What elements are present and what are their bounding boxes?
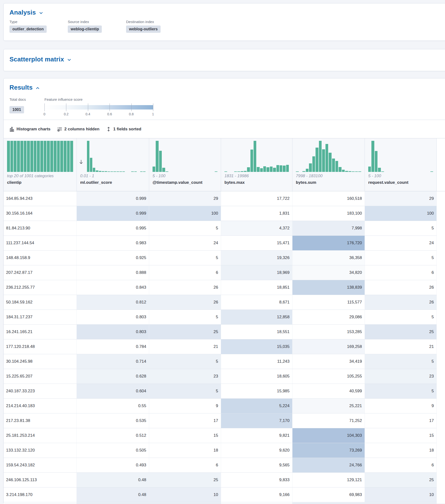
grid-cell-bytes-max[interactable]: 18,551 [221,324,293,339]
grid-cell-bytes-max[interactable]: 9,565 [221,458,293,473]
grid-cell-timestamp-value-count[interactable]: 100 [149,206,221,221]
grid-cell-bytes-sum[interactable]: 153,285 [293,324,365,339]
grid-cell-clientip[interactable]: 50.184.59.162 [4,295,77,310]
grid-cell-ml-outlier-score[interactable]: 0.535 [77,414,149,428]
grid-cell-ml-outlier-score[interactable]: 0.803 [77,310,149,324]
grid-cell-timestamp-value-count[interactable]: 25 [149,324,221,339]
grid-cell-bytes-sum[interactable]: 7,998 [293,221,365,236]
grid-cell-ml-outlier-score[interactable] [77,502,149,504]
grid-cell-clientip[interactable]: 240.187.33.223 [4,384,77,399]
grid-cell-clientip[interactable]: 164.85.94.243 [4,191,77,206]
grid-cell-request-value-count[interactable]: 100 [365,206,437,221]
grid-cell-timestamp-value-count[interactable]: 18 [149,443,221,458]
grid-cell-request-value-count[interactable]: 25 [365,324,437,339]
grid-cell-request-value-count[interactable]: 5 [365,221,437,236]
grid-cell-ml-outlier-score[interactable]: 0.628 [77,369,149,384]
grid-cell-bytes-max[interactable]: 18,605 [221,369,293,384]
grid-cell-bytes-sum[interactable]: 25,221 [293,399,365,414]
column-header-timestamp-value-count[interactable]: 5 - 100@timestamp.value_count [149,138,221,191]
grid-cell-ml-outlier-score[interactable]: 0.888 [77,265,149,280]
scatterplot-panel-header[interactable]: Scatterplot matrix [9,55,441,63]
grid-cell-clientip[interactable]: 81.84.213.90 [4,221,77,236]
grid-cell-timestamp-value-count[interactable]: 5 [149,251,221,265]
grid-cell-clientip[interactable]: 159.54.243.182 [4,458,77,473]
grid-cell-ml-outlier-score[interactable]: 0.512 [77,428,149,443]
results-panel-header[interactable]: Results [9,84,40,91]
grid-cell-request-value-count[interactable]: 5 [365,384,437,399]
grid-cell-bytes-max[interactable]: 15,471 [221,236,293,251]
grid-cell-request-value-count[interactable]: 6 [365,458,437,473]
grid-cell-request-value-count[interactable]: 5 [365,354,437,369]
grid-cell-bytes-sum[interactable]: 169,258 [293,339,365,354]
grid-cell-clientip[interactable]: 30.104.245.98 [4,354,77,369]
grid-cell-request-value-count[interactable] [365,502,437,504]
grid-cell-ml-outlier-score[interactable]: 0.925 [77,251,149,265]
grid-cell-timestamp-value-count[interactable]: 9 [149,399,221,414]
grid-cell-bytes-sum[interactable]: 71,252 [293,414,365,428]
histogram-charts-button[interactable]: Histogram charts [9,127,51,132]
grid-cell-request-value-count[interactable]: 5 [365,310,437,324]
grid-cell-clientip[interactable]: 207.242.87.17 [4,265,77,280]
grid-cell-bytes-max[interactable]: 7,170 [221,414,293,428]
grid-cell-timestamp-value-count[interactable]: 29 [149,191,221,206]
grid-cell-timestamp-value-count[interactable]: 21 [149,339,221,354]
grid-cell-clientip[interactable]: 3.214.198.170 [4,487,77,502]
grid-cell-timestamp-value-count[interactable]: 10 [149,487,221,502]
grid-cell-timestamp-value-count[interactable]: 6 [149,265,221,280]
grid-cell-timestamp-value-count[interactable]: 24 [149,236,221,251]
grid-cell-bytes-max[interactable]: 19,326 [221,251,293,265]
grid-cell-bytes-sum[interactable]: 105,255 [293,369,365,384]
column-header-ml-outlier-score[interactable]: 0.01 - 1ml.outlier_score [77,138,149,191]
grid-cell-bytes-sum[interactable] [293,502,365,504]
grid-cell-bytes-max[interactable]: 18,969 [221,265,293,280]
grid-cell-request-value-count[interactable]: 26 [365,280,437,295]
grid-cell-bytes-sum[interactable]: 24,766 [293,458,365,473]
grid-cell-request-value-count[interactable]: 6 [365,265,437,280]
grid-cell-ml-outlier-score[interactable]: 0.48 [77,487,149,502]
grid-cell-bytes-sum[interactable]: 176,720 [293,236,365,251]
grid-cell-bytes-max[interactable]: 8,671 [221,295,293,310]
grid-cell-timestamp-value-count[interactable]: 26 [149,295,221,310]
analysis-panel-header[interactable]: Analysis [9,9,441,16]
grid-cell-clientip[interactable]: 214.214.40.183 [4,399,77,414]
grid-cell-bytes-sum[interactable]: 115,577 [293,295,365,310]
grid-cell-request-value-count[interactable]: 21 [365,339,437,354]
grid-cell-ml-outlier-score[interactable]: 0.714 [77,354,149,369]
grid-cell-bytes-max[interactable] [221,502,293,504]
grid-cell-ml-outlier-score[interactable]: 0.604 [77,384,149,399]
grid-cell-timestamp-value-count[interactable]: 6 [149,458,221,473]
grid-cell-bytes-sum[interactable]: 40,599 [293,384,365,399]
grid-cell-request-value-count[interactable]: 26 [365,295,437,310]
grid-cell-bytes-sum[interactable]: 73,269 [293,443,365,458]
grid-cell-request-value-count[interactable]: 29 [365,191,437,206]
grid-cell-request-value-count[interactable]: 18 [365,443,437,458]
grid-cell-clientip[interactable]: 148.48.158.9 [4,251,77,265]
grid-cell-bytes-max[interactable]: 17,722 [221,191,293,206]
grid-cell-bytes-max[interactable]: 4,372 [221,221,293,236]
grid-cell-timestamp-value-count[interactable]: 5 [149,354,221,369]
grid-cell-clientip[interactable]: 236.212.255.77 [4,280,77,295]
grid-cell-ml-outlier-score[interactable]: 0.803 [77,324,149,339]
grid-cell-bytes-max[interactable]: 11,243 [221,354,293,369]
columns-hidden-button[interactable]: 2 columns hidden [57,127,100,132]
grid-cell-clientip[interactable]: 184.31.17.237 [4,310,77,324]
grid-cell-bytes-max[interactable]: 9,166 [221,487,293,502]
grid-cell-request-value-count[interactable]: 5 [365,251,437,265]
grid-cell-ml-outlier-score[interactable]: 0.983 [77,236,149,251]
grid-cell-clientip[interactable]: 16.241.165.21 [4,324,77,339]
grid-cell-bytes-sum[interactable]: 36,358 [293,251,365,265]
grid-cell-request-value-count[interactable]: 10 [365,487,437,502]
grid-cell-bytes-sum[interactable]: 104,303 [293,428,365,443]
grid-cell-ml-outlier-score[interactable]: 0.493 [77,458,149,473]
grid-cell-request-value-count[interactable]: 17 [365,414,437,428]
grid-cell-request-value-count[interactable]: 24 [365,236,437,251]
grid-cell-clientip[interactable]: 25.181.253.214 [4,428,77,443]
grid-cell-bytes-sum[interactable]: 69,983 [293,487,365,502]
grid-cell-ml-outlier-score[interactable]: 0.48 [77,473,149,487]
grid-cell-timestamp-value-count[interactable]: 17 [149,414,221,428]
grid-cell-bytes-sum[interactable]: 160,518 [293,191,365,206]
grid-cell-bytes-sum[interactable]: 29,086 [293,310,365,324]
grid-cell-clientip[interactable]: 177.120.218.48 [4,339,77,354]
grid-cell-ml-outlier-score[interactable]: 0.812 [77,295,149,310]
grid-cell-bytes-sum[interactable]: 34,419 [293,354,365,369]
